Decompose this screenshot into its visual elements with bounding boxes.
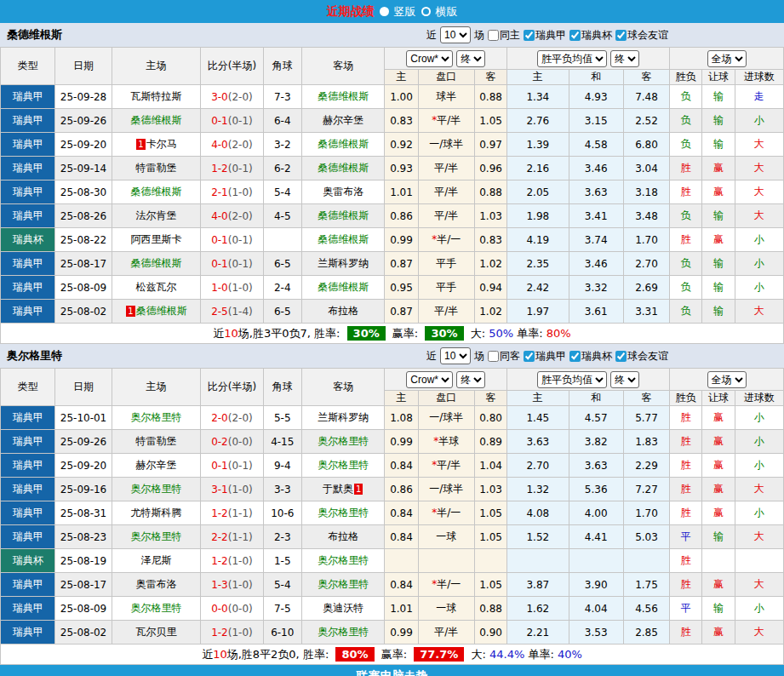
avg-time-select[interactable]: 终: [610, 50, 639, 67]
away-team-link[interactable]: 布拉格: [328, 530, 358, 542]
full-score: 0-1: [211, 258, 228, 270]
half-score: (0-0): [228, 436, 253, 448]
score-cell: 3-0(2-0): [201, 85, 263, 109]
away-team-link[interactable]: 桑德维根斯: [318, 281, 369, 293]
home-odds-cell: 0.86: [385, 478, 418, 501]
league1-checkbox[interactable]: [524, 30, 535, 41]
league-badge: 瑞典甲: [1, 597, 55, 621]
away-team-link[interactable]: 桑德维根斯: [318, 209, 369, 221]
league3-option[interactable]: 球会友谊: [615, 349, 668, 364]
home-team-link[interactable]: 瓦斯特拉斯: [130, 90, 181, 102]
recent-count-select[interactable]: 10: [440, 347, 471, 364]
odds-source-select[interactable]: Crow*: [406, 371, 453, 388]
league2-checkbox[interactable]: [569, 351, 581, 362]
league1-checkbox[interactable]: [524, 351, 535, 362]
avg-odds-select[interactable]: 胜平负均值: [537, 371, 607, 388]
away-team-link[interactable]: 奥尔格里特: [318, 626, 369, 638]
home-team-link[interactable]: 松兹瓦尔: [135, 281, 176, 293]
home-team-link[interactable]: 奥尔格里特: [130, 530, 181, 542]
away-team-link[interactable]: 赫尔辛堡: [323, 114, 363, 126]
home-team-link[interactable]: 尤特斯科腾: [130, 507, 181, 518]
home-team-link[interactable]: 桑德维根斯: [136, 305, 187, 317]
col-date: 日期: [55, 48, 112, 85]
league2-checkbox[interactable]: [569, 30, 581, 41]
avg-lose-cell: 3.04: [623, 157, 669, 180]
home-team-link[interactable]: 奥尔格里特: [130, 411, 181, 423]
away-team-link[interactable]: 兰斯科罗纳: [318, 257, 369, 269]
home-team-cell: 松兹瓦尔: [112, 276, 201, 300]
league-badge: 瑞典甲: [1, 573, 55, 597]
avg-lose-cell: 7.48: [623, 85, 669, 109]
scope-select[interactable]: 全场: [707, 371, 747, 388]
league-badge: 瑞典甲: [1, 430, 55, 454]
win-rate-badge: 80%: [335, 647, 374, 662]
away-team-link[interactable]: 奥尔格里特: [318, 435, 369, 447]
home-team-link[interactable]: 特雷勒堡: [135, 435, 176, 447]
away-team-link[interactable]: 桑德维根斯: [318, 138, 369, 150]
avg-odds-select[interactable]: 胜平负均值: [537, 50, 607, 67]
handicap-result-cell: 输: [702, 597, 735, 621]
horizontal-label[interactable]: 横版: [436, 4, 458, 20]
away-team-link[interactable]: 布拉格: [328, 305, 358, 317]
away-team-link[interactable]: 于默奥: [323, 483, 353, 495]
league3-option[interactable]: 球会友谊: [615, 28, 668, 43]
horizontal-radio[interactable]: [421, 7, 431, 16]
same-venue-option[interactable]: 同主: [488, 28, 520, 43]
away-team-link[interactable]: 桑德维根斯: [318, 233, 369, 245]
away-team-link[interactable]: 兰斯科罗纳: [318, 411, 369, 423]
home-team-link[interactable]: 奥尔格里特: [130, 483, 181, 495]
home-team-link[interactable]: 泽尼斯: [140, 554, 171, 566]
league3-checkbox[interactable]: [615, 351, 627, 362]
scope-select[interactable]: 全场: [707, 50, 747, 67]
vertical-radio[interactable]: [380, 7, 389, 16]
avg-lose-cell: 1.75: [623, 573, 669, 597]
date-cell: 25-08-31: [55, 501, 112, 525]
league-badge: 瑞典甲: [1, 204, 55, 228]
home-team-link[interactable]: 法尔肯堡: [135, 209, 176, 221]
away-odds-cell: [474, 549, 506, 573]
away-team-link[interactable]: 奥尔格里特: [318, 578, 369, 590]
date-cell: 25-08-23: [55, 525, 112, 549]
away-odds-cell: 0.88: [474, 85, 506, 109]
league1-option[interactable]: 瑞典甲: [524, 28, 566, 43]
league1-option[interactable]: 瑞典甲: [524, 349, 566, 364]
avg-time-select[interactable]: 终: [610, 371, 639, 388]
home-team-link[interactable]: 桑德维根斯: [130, 257, 181, 269]
odds-source-select[interactable]: Crow*: [406, 50, 453, 67]
home-team-link[interactable]: 特雷勒堡: [135, 162, 176, 174]
avg-win-cell: 4.08: [507, 501, 569, 525]
goals-cell: 小: [735, 454, 783, 478]
home-team-link[interactable]: 赫尔辛堡: [135, 459, 176, 471]
away-team-link[interactable]: 奥雷布洛: [323, 186, 363, 198]
away-team-link[interactable]: 奥尔格里特: [318, 554, 369, 566]
league3-checkbox[interactable]: [615, 30, 627, 41]
same-venue-checkbox[interactable]: [488, 351, 499, 362]
same-venue-option[interactable]: 同客: [488, 349, 520, 364]
col-away: 客场: [301, 48, 385, 85]
full-score: 1-2: [211, 627, 228, 639]
home-team-link[interactable]: 桑德维根斯: [130, 114, 181, 126]
vertical-label[interactable]: 竖版: [394, 4, 416, 20]
home-team-cell: 奥尔格里特: [112, 525, 201, 549]
half-score: (0-1): [228, 115, 253, 127]
home-team-link[interactable]: 奥尔格里特: [130, 602, 181, 614]
odds-time-select[interactable]: 终: [456, 371, 485, 388]
away-team-link[interactable]: 奥尔格里特: [318, 459, 369, 471]
league2-option[interactable]: 瑞典杯: [569, 28, 612, 43]
avg-lose-cell: 3.18: [623, 180, 669, 204]
away-team-link[interactable]: 奥尔格里特: [318, 507, 369, 518]
corner-cell: 2-3: [263, 525, 301, 549]
away-team-link[interactable]: 桑德维根斯: [318, 90, 369, 102]
half-score: (2-0): [228, 139, 253, 151]
same-venue-checkbox[interactable]: [488, 30, 499, 41]
odds-time-select[interactable]: 终: [456, 50, 485, 67]
home-team-link[interactable]: 阿西里斯卡: [130, 233, 181, 245]
away-team-link[interactable]: 奥迪沃特: [323, 602, 363, 614]
home-team-link[interactable]: 奥雷布洛: [135, 578, 176, 590]
home-team-link[interactable]: 瓦尔贝里: [135, 626, 176, 638]
home-team-link[interactable]: 卡尔马: [146, 138, 177, 150]
away-team-link[interactable]: 桑德维根斯: [318, 162, 369, 174]
home-team-link[interactable]: 桑德维根斯: [130, 186, 181, 198]
league2-option[interactable]: 瑞典杯: [569, 349, 612, 364]
recent-count-select[interactable]: 10: [440, 26, 471, 43]
